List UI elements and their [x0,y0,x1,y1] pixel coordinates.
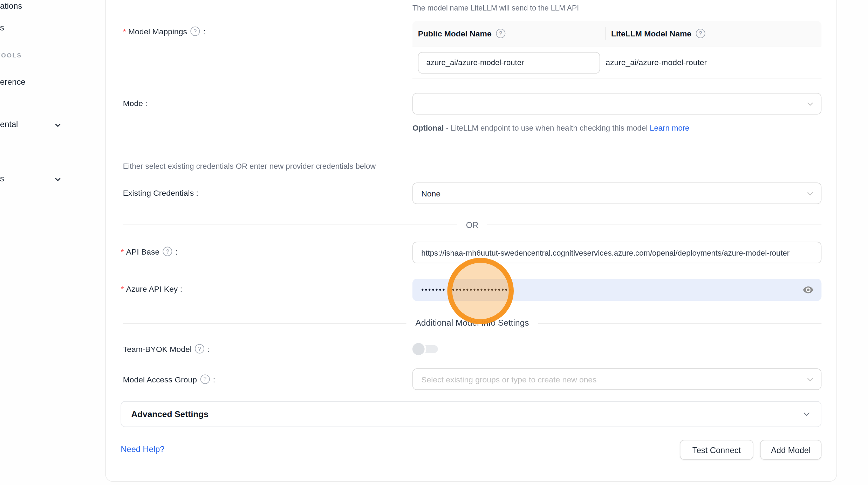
chevron-down-icon [54,175,62,184]
sidebar-section-tools: TOOLS [0,52,22,58]
sidebar-item-organizations[interactable]: ations [0,1,22,11]
advanced-settings-panel[interactable]: Advanced Settings [121,401,821,427]
sidebar-item-experimental[interactable]: ental [0,119,18,129]
sidebar-item-settings[interactable]: s [0,174,4,183]
required-marker: * [121,247,124,256]
add-model-button[interactable]: Add Model [760,440,821,460]
model-name-hint: The model name LiteLLM will send to the … [412,4,579,12]
chevron-down-icon [54,121,62,130]
advanced-settings-label: Advanced Settings [131,409,208,419]
mode-hint-text: - LiteLLM endpoint to use when health ch… [444,123,650,132]
divider-line [538,323,822,324]
learn-more-link[interactable]: Learn more [650,123,689,132]
team-byok-label: Team-BYOK Model ? : [123,344,210,354]
additional-settings-divider: Additional Model Info Settings [123,318,822,328]
required-marker: * [123,27,126,36]
api-base-input[interactable] [412,242,821,263]
colon: : [180,284,182,293]
model-access-group-placeholder: Select existing groups or type to create… [421,375,596,383]
required-marker: * [121,284,124,293]
sidebar-item-reference[interactable]: erence [0,77,25,86]
existing-credentials-select[interactable]: None [412,182,821,204]
public-model-name-input[interactable] [418,52,600,74]
help-icon[interactable]: ? [696,29,705,38]
table-row: azure_ai/azure-model-router [412,47,821,79]
model-access-group-label: Model Access Group ? : [123,374,216,384]
sidebar-item[interactable]: s [0,23,4,32]
divider-line [123,224,457,225]
colon: : [213,375,215,383]
chevron-down-icon [806,190,814,198]
existing-credentials-label-text: Existing Credentials [123,189,194,198]
litellm-model-name-header: LiteLLM Model Name [611,29,691,38]
public-model-name-header: Public Model Name [418,29,492,38]
divider-line [487,224,822,225]
model-access-group-select[interactable]: Select existing groups or type to create… [412,368,821,390]
team-byok-toggle[interactable] [412,343,438,355]
mode-select[interactable] [412,93,821,115]
help-icon[interactable]: ? [200,374,210,384]
existing-credentials-value: None [421,189,440,198]
azure-api-key-input[interactable]: ••••••• ••••••••••••••••• [412,279,821,301]
or-divider-text: OR [457,220,487,230]
page: ations s TOOLS erence ental s The model … [0,0,868,485]
model-mappings-label-text: Model Mappings [128,27,187,36]
api-base-label: * API Base ? : [121,247,178,256]
litellm-model-name-value: azure_ai/azure-model-router [600,58,707,67]
table-header: Public Model Name ? LiteLLM Model Name ? [412,21,821,47]
model-mappings-table: Public Model Name ? LiteLLM Model Name ?… [412,21,821,79]
colon: : [203,27,205,36]
chevron-down-icon [806,376,814,384]
azure-api-key-label: * Azure API Key : [121,284,182,293]
mode-hint-prefix: Optional [412,123,444,132]
toggle-knob [412,343,425,355]
mode-hint: Optional - LiteLLM endpoint to use when … [412,121,693,135]
colon: : [208,344,210,353]
mode-label: Mode : [123,99,148,108]
divider-line [123,323,407,324]
help-icon[interactable]: ? [163,247,172,256]
model-mappings-label: * Model Mappings ? : [123,27,206,36]
additional-settings-divider-text: Additional Model Info Settings [406,318,538,328]
chevron-down-icon [802,410,811,418]
mode-label-text: Mode [123,99,143,108]
help-icon[interactable]: ? [496,29,505,38]
masked-api-key: ••••••• ••••••••••••••••• [421,279,512,301]
existing-credentials-label: Existing Credentials : [123,189,198,198]
need-help-link[interactable]: Need Help? [121,444,164,454]
test-connect-button[interactable]: Test Connect [680,440,753,460]
help-icon[interactable]: ? [195,344,204,354]
eye-icon[interactable] [802,284,814,296]
or-divider: OR [123,220,822,230]
model-access-group-label-text: Model Access Group [123,375,197,383]
azure-api-key-label-text: Azure API Key [126,284,178,293]
colon: : [176,247,178,256]
team-byok-label-text: Team-BYOK Model [123,344,192,353]
chevron-down-icon [806,100,814,109]
api-base-label-text: API Base [126,247,159,256]
credentials-hint: Either select existing credentials OR en… [123,161,376,170]
help-icon[interactable]: ? [191,27,200,36]
colon: : [196,189,198,198]
colon: : [145,99,147,108]
column-divider [605,27,606,40]
